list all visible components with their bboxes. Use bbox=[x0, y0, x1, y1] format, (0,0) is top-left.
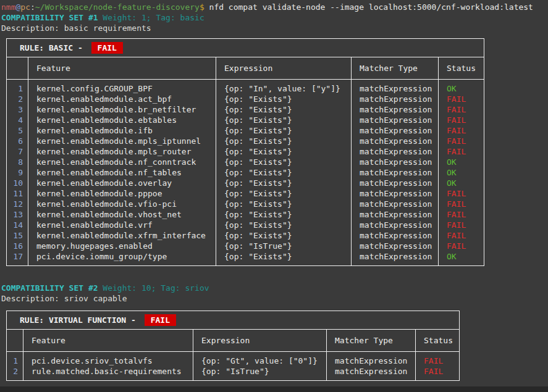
compat-set-1-title: COMPATIBILITY SET #1 bbox=[1, 13, 98, 22]
row-number-cell: 8 bbox=[7, 157, 28, 167]
matcher-type-cell: matchExpression bbox=[352, 178, 439, 188]
table-row: 5kernel.enabledmodule.ifb{op: "Exists"}m… bbox=[7, 125, 484, 136]
status-cell: OK bbox=[439, 80, 484, 94]
feature-cell: kernel.enabledmodule.nf_conntrack bbox=[28, 157, 216, 167]
prompt-colon: : bbox=[30, 2, 35, 12]
table-row: 2kernel.enabledmodule.act_bpf{op: "Exist… bbox=[7, 94, 484, 104]
expression-cell: {op: "Exists"} bbox=[216, 146, 352, 157]
rule-table-virtual-function: RULE: VIRTUAL FUNCTION - FAIL Feature Ex… bbox=[6, 311, 460, 381]
status-cell: FAIL bbox=[439, 209, 484, 220]
table-row: 8kernel.enabledmodule.nf_conntrack{op: "… bbox=[7, 157, 484, 167]
rule-header-row: RULE: BASIC - FAIL bbox=[7, 39, 484, 57]
matcher-type-cell: matchExpression bbox=[352, 241, 439, 251]
row-number-cell: 1 bbox=[7, 352, 23, 367]
col-header-status: Status bbox=[416, 330, 460, 352]
column-header-row: Feature Expression Matcher Type Status bbox=[7, 57, 484, 80]
status-cell: FAIL bbox=[439, 115, 484, 125]
feature-cell: pci.device.sriov_totalvfs bbox=[23, 352, 193, 367]
status-cell: FAIL bbox=[439, 199, 484, 209]
feature-cell: rule.matched.basic-requirements bbox=[23, 366, 193, 381]
command-text: nfd compat validate-node --image localho… bbox=[204, 2, 533, 12]
prompt-username: nmm bbox=[1, 2, 15, 12]
expression-cell: {op: "Exists"} bbox=[216, 178, 352, 188]
compat-set-2-title: COMPATIBILITY SET #2 bbox=[1, 283, 98, 293]
status-cell: OK bbox=[439, 251, 484, 266]
expression-cell: {op: "Exists"} bbox=[216, 220, 352, 230]
col-header-status: Status bbox=[439, 57, 484, 80]
status-cell: FAIL bbox=[439, 241, 484, 251]
table-row: 1pci.device.sriov_totalvfs{op: "Gt", val… bbox=[7, 352, 460, 367]
row-number-cell: 5 bbox=[7, 125, 28, 136]
table-row: 12kernel.enabledmodule.vfio-pci{op: "Exi… bbox=[7, 199, 484, 209]
table-row: 9kernel.enabledmodule.nf_tables{op: "Exi… bbox=[7, 167, 484, 178]
status-cell: FAIL bbox=[439, 94, 484, 104]
expression-cell: {op: "Exists"} bbox=[216, 115, 352, 125]
expression-cell: {op: "Exists"} bbox=[216, 167, 352, 178]
prompt-dollar: $ bbox=[200, 2, 204, 12]
feature-cell: kernel.enabledmodule.vfio-pci bbox=[28, 199, 216, 209]
rule-title: RULE: BASIC - bbox=[20, 43, 88, 52]
feature-cell: kernel.config.CGROUP_BPF bbox=[28, 80, 216, 94]
expression-cell: {op: "Exists"} bbox=[216, 199, 352, 209]
col-header-expression: Expression bbox=[216, 57, 352, 80]
matcher-type-cell: matchExpression bbox=[352, 146, 439, 157]
table-row: 4kernel.enabledmodule.ebtables{op: "Exis… bbox=[7, 115, 484, 125]
matcher-type-cell: matchExpression bbox=[352, 94, 439, 104]
feature-cell: kernel.enabledmodule.ebtables bbox=[28, 115, 216, 125]
table-row: 17pci.device.iommu_group/type{op: "Exist… bbox=[7, 251, 484, 266]
row-number-cell: 7 bbox=[7, 146, 28, 157]
feature-cell: kernel.enabledmodule.vrf bbox=[28, 220, 216, 230]
table-row: 16memory.hugepages.enabled{op: "IsTrue"}… bbox=[7, 241, 484, 251]
compat-set-2-description: Description: sriov capable bbox=[1, 293, 548, 304]
feature-cell: kernel.enabledmodule.mpls_router bbox=[28, 146, 216, 157]
matcher-type-cell: matchExpression bbox=[352, 251, 439, 266]
expression-cell: {op: "In", value: ["y"]} bbox=[216, 80, 352, 94]
status-cell: FAIL bbox=[439, 104, 484, 115]
expression-cell: {op: "IsTrue"} bbox=[193, 366, 327, 381]
col-header-matcher-type: Matcher Type bbox=[352, 57, 439, 80]
matcher-type-cell: matchExpression bbox=[327, 352, 416, 367]
status-cell: FAIL bbox=[439, 136, 484, 146]
rule-title: RULE: VIRTUAL FUNCTION - bbox=[20, 315, 141, 325]
rule-header-row: RULE: VIRTUAL FUNCTION - FAIL bbox=[7, 311, 460, 330]
expression-cell: {op: "Exists"} bbox=[216, 125, 352, 136]
status-cell: FAIL bbox=[439, 230, 484, 241]
row-number-cell: 6 bbox=[7, 136, 28, 146]
table-row: 2rule.matched.basic-requirements{op: "Is… bbox=[7, 366, 460, 381]
feature-cell: kernel.enabledmodule.overlay bbox=[28, 178, 216, 188]
table-row: 3kernel.enabledmodule.br_netfilter{op: "… bbox=[7, 104, 484, 115]
feature-cell: kernel.enabledmodule.br_netfilter bbox=[28, 104, 216, 115]
row-number-cell: 12 bbox=[7, 199, 28, 209]
row-number-cell: 4 bbox=[7, 115, 28, 125]
matcher-type-cell: matchExpression bbox=[352, 136, 439, 146]
feature-cell: kernel.enabledmodule.ifb bbox=[28, 125, 216, 136]
status-cell: FAIL bbox=[439, 146, 484, 157]
status-cell: FAIL bbox=[416, 352, 460, 367]
compat-set-2-meta: Weight: 10; Tag: sriov bbox=[98, 283, 209, 293]
prompt-path: ~/Workspace/node-feature-discovery bbox=[35, 2, 200, 12]
row-number-cell: 2 bbox=[7, 94, 28, 104]
feature-cell: memory.hugepages.enabled bbox=[28, 241, 216, 251]
matcher-type-cell: matchExpression bbox=[352, 125, 439, 136]
matcher-type-cell: matchExpression bbox=[352, 115, 439, 125]
status-cell: OK bbox=[439, 178, 484, 188]
matcher-type-cell: matchExpression bbox=[352, 167, 439, 178]
table-row: 7kernel.enabledmodule.mpls_router{op: "E… bbox=[7, 146, 484, 157]
matcher-type-cell: matchExpression bbox=[352, 209, 439, 220]
matcher-type-cell: matchExpression bbox=[352, 199, 439, 209]
feature-cell: kernel.enabledmodule.pppoe bbox=[28, 188, 216, 199]
col-header-index bbox=[7, 330, 23, 352]
status-cell: OK bbox=[439, 157, 484, 167]
table-row: 13kernel.enabledmodule.vhost_net{op: "Ex… bbox=[7, 209, 484, 220]
row-number-cell: 1 bbox=[7, 80, 28, 94]
feature-cell: kernel.enabledmodule.act_bpf bbox=[28, 94, 216, 104]
expression-cell: {op: "IsTrue"} bbox=[216, 241, 352, 251]
matcher-type-cell: matchExpression bbox=[352, 220, 439, 230]
feature-cell: pci.device.iommu_group/type bbox=[28, 251, 216, 266]
row-number-cell: 11 bbox=[7, 188, 28, 199]
matcher-type-cell: matchExpression bbox=[327, 366, 416, 381]
col-header-feature: Feature bbox=[23, 330, 193, 352]
matcher-type-cell: matchExpression bbox=[352, 157, 439, 167]
table-row: 1kernel.config.CGROUP_BPF{op: "In", valu… bbox=[7, 80, 484, 94]
table-row: 15kernel.enabledmodule.xfrm_interface{op… bbox=[7, 230, 484, 241]
